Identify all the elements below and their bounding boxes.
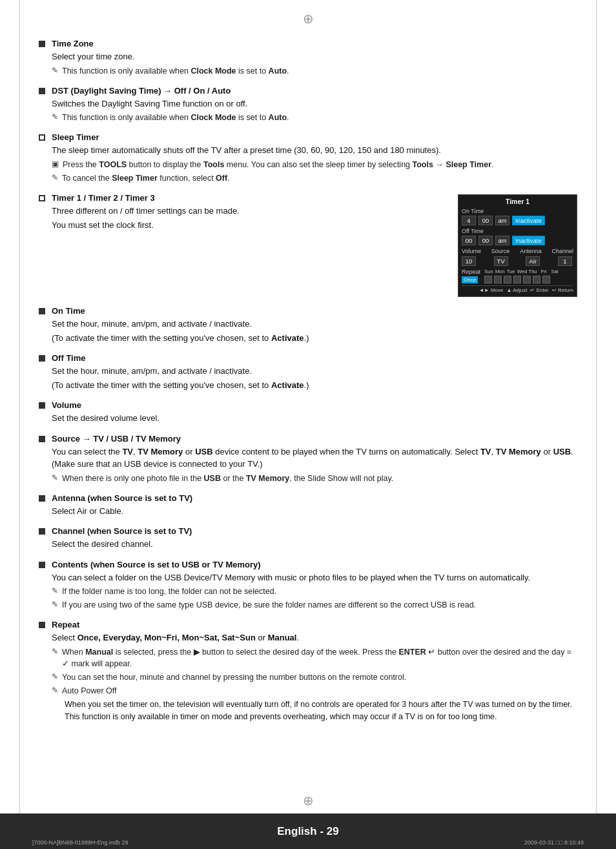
section-channel: Channel (when Source is set to TV) Selec… <box>39 526 577 551</box>
timer-panel: Timer 1 On Time 4 00 am Inactivate Off T… <box>458 194 577 297</box>
title-timer: Timer 1 / Timer 2 / Timer 3 <box>52 193 155 203</box>
title-on-time: On Time <box>52 306 85 316</box>
section-antenna: Antenna (when Source is set to TV) Selec… <box>39 493 577 518</box>
body-channel: Select the desired channel. <box>52 538 577 551</box>
note-contents-1: ✎ If the folder name is too long, the fo… <box>52 586 577 597</box>
note-repeat-3: ✎ Auto Power Off <box>52 685 577 697</box>
bullet-repeat <box>39 622 45 628</box>
timer-antenna-val: Air <box>526 256 540 266</box>
bullet-source <box>39 436 45 442</box>
note-text-contents-1: If the folder name is too long, the fold… <box>62 586 276 597</box>
timer-volume-label: Volume <box>462 248 481 254</box>
title-time-zone: Time Zone <box>52 39 94 48</box>
body-repeat: Select Once, Everyday, Mon~Fri, Mon~Sat,… <box>52 631 577 644</box>
timer-day-sun: Sun <box>484 269 493 274</box>
pencil-icon-source: ✎ <box>52 473 58 482</box>
timer-cb-mon <box>494 276 502 283</box>
pencil-icon-1: ✎ <box>52 66 58 75</box>
pencil-icon-repeat-3: ✎ <box>52 686 58 695</box>
timer-off-activate: Inactivate <box>512 236 545 245</box>
note-text-repeat-3: Auto Power Off <box>62 685 117 697</box>
page-footer: English - 29 [7000-NA]BN68-01988H-Eng.in… <box>0 813 616 849</box>
bullet-antenna <box>39 495 45 502</box>
note-text-sleep-timer-tools: Press the TOOLS button to display the To… <box>63 159 494 170</box>
note-text-time-zone-1: This function is only available when Clo… <box>62 65 289 77</box>
note-text-source-1: When there is only one photo file in the… <box>62 473 393 484</box>
timer-footer-return: ↩ Return <box>552 287 573 293</box>
body-on-time-note: (To activate the timer with the setting … <box>52 332 577 345</box>
title-repeat: Repeat <box>52 620 79 629</box>
section-sleep-timer: Sleep Timer The sleep timer automaticall… <box>39 132 577 184</box>
main-content: Time Zone Select your time zone. ✎ This … <box>39 39 577 723</box>
body-off-time: Set the hour, minute, am/pm, and activat… <box>52 365 577 378</box>
timer-channel-label: Channel <box>551 248 573 254</box>
note-text-contents-2: If you are using two of the same type US… <box>62 599 476 611</box>
timer-footer-enter: ↵ Enter <box>530 287 548 293</box>
body-dst: Switches the Daylight Saving Time functi… <box>52 97 577 110</box>
pencil-icon-repeat-1: ✎ <box>52 647 58 656</box>
footer-datetime: 2009-03-31 □□ 8:10:49 <box>524 839 584 846</box>
timer-on-ampm: am <box>495 216 509 225</box>
timer-cb-tue <box>504 276 511 283</box>
note-dst-1: ✎ This function is only available when C… <box>52 112 577 123</box>
timer-cb-wed <box>513 276 521 283</box>
note-contents-2: ✎ If you are using two of the same type … <box>52 599 577 611</box>
timer-day-mon: Mon <box>495 269 504 274</box>
note-text-repeat-2: You can set the hour, minute and channel… <box>62 671 406 683</box>
note-repeat-2: ✎ You can set the hour, minute and chann… <box>52 671 577 683</box>
note-text-repeat-1: When Manual is selected, press the ▶ but… <box>62 646 577 670</box>
title-contents: Contents (when Source is set to USB or T… <box>52 560 261 569</box>
timer-cb-sun <box>484 276 492 283</box>
bullet-time-zone <box>39 41 45 47</box>
bullet-volume <box>39 402 45 409</box>
bullet-on-time <box>39 308 45 314</box>
note-text-sleep-timer-cancel: To cancel the Sleep Timer function, sele… <box>62 172 230 184</box>
timer-cb-sat <box>542 276 550 283</box>
bullet-off-time <box>39 355 45 362</box>
timer-channel-val: 1 <box>558 256 572 266</box>
timer-day-wed: Wed <box>517 269 526 274</box>
timer-repeat-once: Once <box>462 276 478 283</box>
timer-footer-adjust: ▲ Adjust <box>506 287 527 293</box>
timer-cb-fri <box>533 276 540 283</box>
body-volume: Set the desired volume level. <box>52 412 577 425</box>
section-off-time: Off Time Set the hour, minute, am/pm, an… <box>39 353 577 391</box>
timer-day-fri: Fri <box>539 269 548 274</box>
left-margin-line <box>19 0 20 849</box>
bullet-channel <box>39 528 45 535</box>
title-off-time: Off Time <box>52 353 86 363</box>
bullet-timer <box>39 195 45 201</box>
timer-on-time-label: On Time <box>462 208 573 214</box>
body-sleep-timer: The sleep timer automatically shuts off … <box>52 144 577 157</box>
tools-icon-1: ▣ <box>52 159 59 169</box>
timer-source-val: TV <box>494 256 508 266</box>
title-dst: DST (Daylight Saving Time) → Off / On / … <box>52 86 231 96</box>
bullet-dst <box>39 88 45 94</box>
pencil-icon-2: ✎ <box>52 112 58 121</box>
body-time-zone: Select your time zone. <box>52 50 577 63</box>
title-antenna: Antenna (when Source is set to TV) <box>52 493 192 503</box>
timer-off-min: 00 <box>478 236 493 245</box>
title-source: Source → TV / USB / TV Memory <box>52 434 181 444</box>
pencil-icon-contents-2: ✎ <box>52 600 58 609</box>
title-sleep-timer: Sleep Timer <box>52 132 99 142</box>
timer-day-tue: Tue <box>506 269 515 274</box>
body-source: You can select the TV, TV Memory or USB … <box>52 445 577 471</box>
bullet-contents <box>39 562 45 568</box>
note-text-dst-1: This function is only available when Clo… <box>62 112 289 123</box>
timer-off-hour: 00 <box>462 236 476 245</box>
top-crosshair: ⊕ <box>298 9 318 28</box>
section-on-time: On Time Set the hour, minute, am/pm, and… <box>39 306 577 344</box>
pencil-icon-contents-1: ✎ <box>52 586 58 595</box>
footer-page-text: English - 29 <box>277 825 338 838</box>
section-contents: Contents (when Source is set to USB or T… <box>39 560 577 611</box>
timer-off-ampm: am <box>495 236 509 245</box>
timer-off-time-label: Off Time <box>462 228 573 234</box>
pencil-icon-3: ✎ <box>52 173 58 182</box>
note-source-1: ✎ When there is only one photo file in t… <box>52 473 577 484</box>
section-volume: Volume Set the desired volume level. <box>39 400 577 425</box>
note-sleep-timer-tools: ▣ Press the TOOLS button to display the … <box>52 159 577 170</box>
timer-volume-val: 10 <box>462 256 476 266</box>
timer-day-thu: Thu <box>528 269 537 274</box>
bottom-crosshair: ⊕ <box>298 791 318 810</box>
